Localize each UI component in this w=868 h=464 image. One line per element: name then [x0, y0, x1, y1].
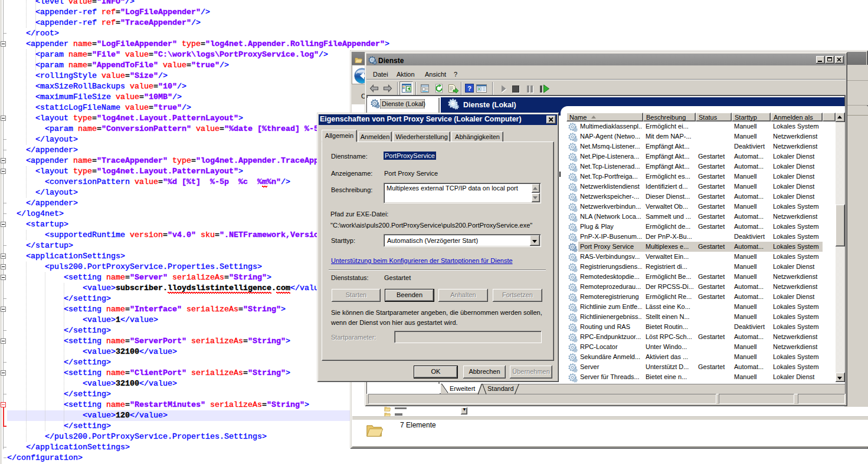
svg-text:?: ?: [467, 85, 471, 92]
